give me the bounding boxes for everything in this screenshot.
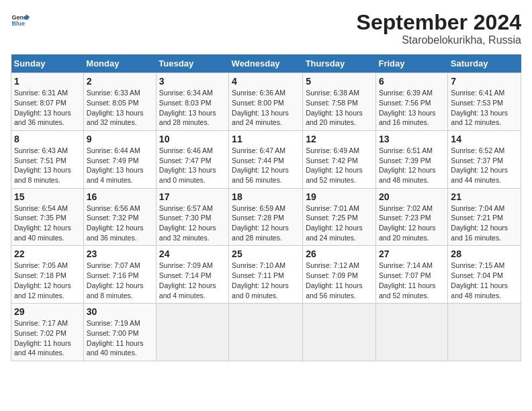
day-info: Sunrise: 6:46 AM Sunset: 7:47 PM Dayligh… — [159, 146, 226, 185]
day-cell: 8Sunrise: 6:43 AM Sunset: 7:51 PM Daylig… — [11, 130, 84, 188]
day-cell — [303, 304, 376, 361]
day-number: 12 — [306, 134, 373, 144]
day-cell: 13Sunrise: 6:51 AM Sunset: 7:39 PM Dayli… — [375, 130, 447, 188]
day-cell: 25Sunrise: 7:10 AM Sunset: 7:11 PM Dayli… — [229, 246, 303, 304]
svg-text:Blue: Blue — [11, 20, 25, 27]
day-cell: 1Sunrise: 6:31 AM Sunset: 8:07 PM Daylig… — [11, 73, 84, 131]
week-row-4: 22Sunrise: 7:05 AM Sunset: 7:18 PM Dayli… — [11, 246, 521, 304]
day-info: Sunrise: 6:49 AM Sunset: 7:42 PM Dayligh… — [306, 146, 373, 185]
page-header: General Blue September 2024 Starobelokur… — [11, 11, 521, 46]
calendar-table: SundayMondayTuesdayWednesdayThursdayFrid… — [11, 54, 521, 361]
day-cell: 21Sunrise: 7:04 AM Sunset: 7:21 PM Dayli… — [448, 188, 521, 246]
day-info: Sunrise: 6:54 AM Sunset: 7:35 PM Dayligh… — [14, 203, 81, 243]
day-cell: 2Sunrise: 6:33 AM Sunset: 8:05 PM Daylig… — [83, 73, 156, 131]
day-number: 16 — [87, 191, 153, 202]
day-info: Sunrise: 7:12 AM Sunset: 7:09 PM Dayligh… — [306, 261, 373, 300]
day-cell: 4Sunrise: 6:36 AM Sunset: 8:00 PM Daylig… — [229, 73, 303, 131]
day-cell: 30Sunrise: 7:19 AM Sunset: 7:00 PM Dayli… — [83, 304, 156, 361]
day-cell: 3Sunrise: 6:34 AM Sunset: 8:03 PM Daylig… — [156, 73, 228, 131]
day-number: 4 — [232, 76, 300, 87]
day-number: 20 — [379, 191, 445, 202]
day-info: Sunrise: 6:39 AM Sunset: 7:56 PM Dayligh… — [379, 88, 445, 128]
title-block: September 2024 Starobelokurikha, Russia — [357, 11, 521, 46]
day-cell: 28Sunrise: 7:15 AM Sunset: 7:04 PM Dayli… — [448, 246, 521, 304]
week-row-3: 15Sunrise: 6:54 AM Sunset: 7:35 PM Dayli… — [11, 188, 521, 246]
day-cell — [156, 304, 228, 361]
day-info: Sunrise: 6:59 AM Sunset: 7:28 PM Dayligh… — [232, 203, 300, 243]
day-cell — [229, 304, 303, 361]
day-info: Sunrise: 7:04 AM Sunset: 7:21 PM Dayligh… — [451, 203, 518, 243]
day-number: 9 — [87, 134, 153, 144]
day-number: 5 — [306, 76, 373, 87]
day-info: Sunrise: 6:31 AM Sunset: 8:07 PM Dayligh… — [14, 88, 81, 128]
day-info: Sunrise: 7:02 AM Sunset: 7:23 PM Dayligh… — [379, 203, 445, 243]
day-info: Sunrise: 6:41 AM Sunset: 7:53 PM Dayligh… — [451, 88, 518, 128]
day-cell: 10Sunrise: 6:46 AM Sunset: 7:47 PM Dayli… — [156, 130, 228, 188]
day-number: 2 — [87, 76, 153, 87]
week-row-5: 29Sunrise: 7:17 AM Sunset: 7:02 PM Dayli… — [11, 304, 521, 361]
month-title: September 2024 — [357, 11, 521, 34]
day-cell: 5Sunrise: 6:38 AM Sunset: 7:58 PM Daylig… — [303, 73, 376, 131]
day-number: 19 — [306, 191, 373, 202]
day-info: Sunrise: 7:19 AM Sunset: 7:00 PM Dayligh… — [87, 318, 153, 358]
day-info: Sunrise: 6:36 AM Sunset: 8:00 PM Dayligh… — [232, 88, 300, 128]
day-info: Sunrise: 6:44 AM Sunset: 7:49 PM Dayligh… — [87, 146, 153, 185]
day-info: Sunrise: 6:33 AM Sunset: 8:05 PM Dayligh… — [87, 88, 153, 128]
day-number: 14 — [451, 134, 518, 144]
col-header-monday: Monday — [83, 54, 156, 73]
day-number: 22 — [14, 248, 81, 259]
day-number: 25 — [232, 248, 300, 259]
day-info: Sunrise: 6:52 AM Sunset: 7:37 PM Dayligh… — [451, 146, 518, 185]
day-number: 28 — [451, 248, 518, 259]
day-info: Sunrise: 7:01 AM Sunset: 7:25 PM Dayligh… — [306, 203, 373, 243]
logo: General Blue — [11, 11, 30, 30]
day-number: 23 — [87, 248, 153, 259]
day-cell: 17Sunrise: 6:57 AM Sunset: 7:30 PM Dayli… — [156, 188, 228, 246]
day-number: 11 — [232, 134, 300, 144]
day-info: Sunrise: 7:15 AM Sunset: 7:04 PM Dayligh… — [451, 261, 518, 300]
day-cell: 23Sunrise: 7:07 AM Sunset: 7:16 PM Dayli… — [83, 246, 156, 304]
day-number: 15 — [14, 191, 81, 202]
day-cell: 27Sunrise: 7:14 AM Sunset: 7:07 PM Dayli… — [375, 246, 447, 304]
week-row-2: 8Sunrise: 6:43 AM Sunset: 7:51 PM Daylig… — [11, 130, 521, 188]
day-number: 30 — [87, 306, 153, 317]
col-header-thursday: Thursday — [303, 54, 376, 73]
day-info: Sunrise: 7:14 AM Sunset: 7:07 PM Dayligh… — [379, 261, 445, 300]
day-number: 8 — [14, 134, 81, 144]
logo-icon: General Blue — [11, 11, 30, 30]
location-subtitle: Starobelokurikha, Russia — [357, 34, 521, 46]
day-cell: 15Sunrise: 6:54 AM Sunset: 7:35 PM Dayli… — [11, 188, 84, 246]
day-info: Sunrise: 7:05 AM Sunset: 7:18 PM Dayligh… — [14, 261, 81, 300]
day-cell: 19Sunrise: 7:01 AM Sunset: 7:25 PM Dayli… — [303, 188, 376, 246]
day-cell: 18Sunrise: 6:59 AM Sunset: 7:28 PM Dayli… — [229, 188, 303, 246]
day-number: 6 — [379, 76, 445, 87]
day-number: 29 — [14, 306, 81, 317]
day-info: Sunrise: 7:10 AM Sunset: 7:11 PM Dayligh… — [232, 261, 300, 300]
day-info: Sunrise: 6:34 AM Sunset: 8:03 PM Dayligh… — [159, 88, 226, 128]
day-cell: 9Sunrise: 6:44 AM Sunset: 7:49 PM Daylig… — [83, 130, 156, 188]
day-info: Sunrise: 6:38 AM Sunset: 7:58 PM Dayligh… — [306, 88, 373, 128]
day-cell — [448, 304, 521, 361]
day-cell: 29Sunrise: 7:17 AM Sunset: 7:02 PM Dayli… — [11, 304, 84, 361]
col-header-tuesday: Tuesday — [156, 54, 228, 73]
day-info: Sunrise: 7:09 AM Sunset: 7:14 PM Dayligh… — [159, 261, 226, 300]
day-cell: 14Sunrise: 6:52 AM Sunset: 7:37 PM Dayli… — [448, 130, 521, 188]
header-row: SundayMondayTuesdayWednesdayThursdayFrid… — [11, 54, 521, 73]
day-info: Sunrise: 6:56 AM Sunset: 7:32 PM Dayligh… — [87, 203, 153, 243]
col-header-wednesday: Wednesday — [229, 54, 303, 73]
day-number: 27 — [379, 248, 445, 259]
day-cell: 20Sunrise: 7:02 AM Sunset: 7:23 PM Dayli… — [375, 188, 447, 246]
day-cell: 11Sunrise: 6:47 AM Sunset: 7:44 PM Dayli… — [229, 130, 303, 188]
day-cell — [375, 304, 447, 361]
day-info: Sunrise: 7:17 AM Sunset: 7:02 PM Dayligh… — [14, 318, 81, 358]
day-number: 17 — [159, 191, 226, 202]
day-info: Sunrise: 7:07 AM Sunset: 7:16 PM Dayligh… — [87, 261, 153, 300]
day-number: 10 — [159, 134, 226, 144]
day-number: 26 — [306, 248, 373, 259]
col-header-sunday: Sunday — [11, 54, 84, 73]
day-cell: 22Sunrise: 7:05 AM Sunset: 7:18 PM Dayli… — [11, 246, 84, 304]
day-cell: 6Sunrise: 6:39 AM Sunset: 7:56 PM Daylig… — [375, 73, 447, 131]
day-cell: 16Sunrise: 6:56 AM Sunset: 7:32 PM Dayli… — [83, 188, 156, 246]
day-info: Sunrise: 6:47 AM Sunset: 7:44 PM Dayligh… — [232, 146, 300, 185]
day-number: 1 — [14, 76, 81, 87]
